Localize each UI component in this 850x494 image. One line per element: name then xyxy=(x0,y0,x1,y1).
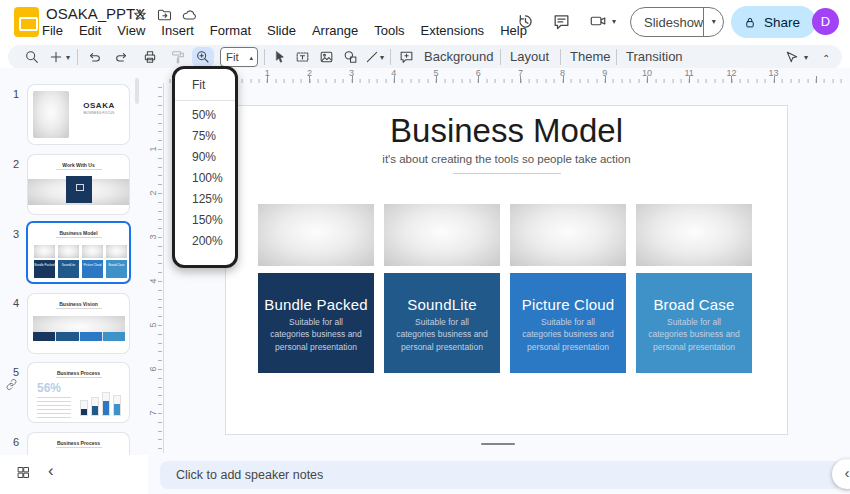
collapse-toolbar-icon[interactable]: ⌃ xyxy=(822,54,830,64)
paint-format-icon[interactable] xyxy=(170,49,186,65)
version-history-icon[interactable] xyxy=(516,12,535,31)
pen-pointer-icon[interactable] xyxy=(784,49,800,65)
menu-extensions[interactable]: Extensions xyxy=(413,21,493,40)
menu-view[interactable]: View xyxy=(109,21,153,40)
card-bundle-packed[interactable]: Bundle Packed Suitable for all categorie… xyxy=(258,273,374,373)
zoom-select[interactable]: Fit ▴ xyxy=(220,47,258,67)
notes-resize-handle[interactable] xyxy=(481,443,515,445)
slide-number: 1 xyxy=(8,88,24,100)
card-body: Suitable for all categories business and… xyxy=(522,316,614,353)
menubar: File Edit View Insert Format Slide Arran… xyxy=(34,21,535,40)
insert-shape-icon[interactable] xyxy=(342,49,359,65)
layout-button[interactable]: Layout xyxy=(510,45,549,69)
insert-image-icon[interactable] xyxy=(318,49,335,65)
menu-file[interactable]: File xyxy=(34,21,71,40)
zoom-option-75[interactable]: 75% xyxy=(175,126,235,147)
image-placeholder[interactable] xyxy=(384,204,500,266)
print-icon[interactable] xyxy=(142,49,158,65)
ruler-number: 13 xyxy=(769,68,779,78)
new-slide-icon[interactable] xyxy=(48,49,64,65)
share-label: Share xyxy=(764,15,800,30)
zoom-dropdown-menu: Fit 50% 75% 90% 100% 125% 150% 200% xyxy=(172,66,238,268)
zoom-option-100[interactable]: 100% xyxy=(175,168,235,189)
ruler-number: 9 xyxy=(602,68,607,78)
slide-thumbnail-5[interactable]: Business Process 56% xyxy=(28,363,129,422)
select-cursor-icon[interactable] xyxy=(272,49,288,65)
slide-column-2: SoundLite Suitable for all categories bu… xyxy=(384,204,500,373)
meet-camera-icon[interactable] xyxy=(588,12,608,30)
horizontal-ruler: 12345678910111213 xyxy=(165,70,845,84)
zoom-option-125[interactable]: 125% xyxy=(175,189,235,210)
zoom-option-90[interactable]: 90% xyxy=(175,147,235,168)
filmstrip-scrollbar[interactable] xyxy=(135,78,139,104)
slide-title-textbox[interactable]: Business Model xyxy=(226,112,787,150)
slide-thumbnail-4[interactable]: Business Vision xyxy=(28,294,129,353)
speaker-notes-input[interactable]: Click to add speaker notes xyxy=(160,461,842,489)
slide-thumbnail-1[interactable]: OSAKA BUSINESS FOCUS xyxy=(28,85,129,144)
zoom-in-icon[interactable] xyxy=(195,49,211,65)
slide-number: 4 xyxy=(8,297,24,309)
menu-edit[interactable]: Edit xyxy=(71,21,109,40)
menu-insert[interactable]: Insert xyxy=(153,21,202,40)
ruler-number: 12 xyxy=(726,68,736,78)
meet-caret-icon[interactable]: ▾ xyxy=(612,18,616,26)
redo-icon[interactable] xyxy=(114,49,130,65)
zoom-select-value: Fit xyxy=(221,51,239,63)
theme-button[interactable]: Theme xyxy=(570,45,610,69)
share-button[interactable]: Share xyxy=(731,6,816,38)
slideshow-options-caret[interactable]: ▾ xyxy=(703,8,723,36)
editor-canvas: 1 OSAKA BUSINESS FOCUS 2 Work With Us 3 … xyxy=(0,68,850,494)
slide-thumbnail-3-selected[interactable]: Business Model Bundle Packed SoundLite P… xyxy=(26,221,131,284)
menu-format[interactable]: Format xyxy=(202,21,259,40)
insert-line-caret-icon[interactable]: ▾ xyxy=(380,54,384,62)
zoom-option-150[interactable]: 150% xyxy=(175,210,235,231)
pen-pointer-caret-icon[interactable]: ▾ xyxy=(804,54,808,62)
ruler-number: 7 xyxy=(148,410,158,415)
grid-view-icon[interactable] xyxy=(16,465,31,480)
insert-comment-icon[interactable] xyxy=(398,49,415,65)
zoom-option-200[interactable]: 200% xyxy=(175,231,235,252)
zoom-select-caret-icon: ▴ xyxy=(249,54,257,61)
slide-thumbnail-2[interactable]: Work With Us xyxy=(28,155,129,214)
menu-tools[interactable]: Tools xyxy=(366,21,412,40)
zoom-option-50[interactable]: 50% xyxy=(175,105,235,126)
text-box-icon[interactable] xyxy=(294,49,311,65)
slide-column-4: Broad Case Suitable for all categories b… xyxy=(636,204,752,373)
image-placeholder[interactable] xyxy=(258,204,374,266)
image-placeholder[interactable] xyxy=(636,204,752,266)
insert-line-icon[interactable] xyxy=(364,49,380,65)
search-menus-icon[interactable] xyxy=(24,49,40,65)
zoom-option-fit[interactable]: Fit xyxy=(175,73,235,97)
transition-button[interactable]: Transition xyxy=(626,45,683,69)
slide-number: 3 xyxy=(8,228,24,240)
vertical-ruler: 1234567 xyxy=(146,83,164,453)
slide-number: 6 xyxy=(8,436,24,448)
bottom-left-bar: ‹ xyxy=(0,455,148,494)
avatar[interactable]: D xyxy=(812,8,839,35)
card-title: Broad Case xyxy=(638,296,750,313)
image-placeholder[interactable] xyxy=(510,204,626,266)
open-comments-icon[interactable] xyxy=(552,12,571,31)
slide-subtitle-textbox[interactable]: it's about creating the tools so people … xyxy=(226,153,787,165)
document-title[interactable]: OSAKA_PPTX xyxy=(46,5,145,22)
card-broad-case[interactable]: Broad Case Suitable for all categories b… xyxy=(636,273,752,373)
card-picture-cloud[interactable]: Picture Cloud Suitable for all categorie… xyxy=(510,273,626,373)
undo-icon[interactable] xyxy=(86,49,102,65)
chevron-left-icon[interactable]: ‹ xyxy=(48,461,54,481)
background-button[interactable]: Background xyxy=(424,45,493,69)
ruler-number: 5 xyxy=(433,68,438,78)
ruler-number: 2 xyxy=(307,68,312,78)
card-body: Suitable for all categories business and… xyxy=(648,316,740,353)
menu-arrange[interactable]: Arrange xyxy=(304,21,366,40)
card-title: Bundle Packed xyxy=(260,296,372,313)
ruler-number: 4 xyxy=(391,68,396,78)
ruler-number: 6 xyxy=(148,366,158,371)
card-soundlite[interactable]: SoundLite Suitable for all categories bu… xyxy=(384,273,500,373)
menu-slide[interactable]: Slide xyxy=(259,21,304,40)
slide-thumbnail-6[interactable]: Business Process xyxy=(28,433,129,455)
ruler-number: 3 xyxy=(148,234,158,239)
new-slide-caret-icon[interactable]: ▾ xyxy=(66,54,70,62)
card-title: Picture Cloud xyxy=(512,296,624,313)
slideshow-button[interactable]: Slideshow ▾ xyxy=(630,7,724,37)
toolbar: ▾ Fit ▴ xyxy=(8,45,842,69)
